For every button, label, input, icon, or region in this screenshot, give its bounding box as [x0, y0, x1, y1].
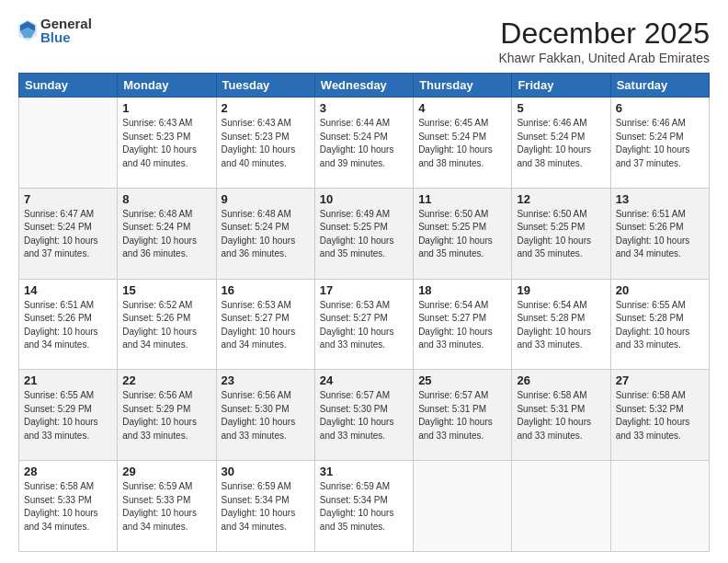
logo-general-text: General	[40, 17, 92, 30]
table-cell: 21Sunrise: 6:55 AM Sunset: 5:29 PM Dayli…	[19, 370, 118, 461]
day-info: Sunrise: 6:59 AM Sunset: 5:33 PM Dayligh…	[122, 480, 210, 534]
day-info: Sunrise: 6:54 AM Sunset: 5:27 PM Dayligh…	[418, 299, 506, 352]
table-cell: 10Sunrise: 6:49 AM Sunset: 5:25 PM Dayli…	[314, 188, 413, 279]
day-number: 16	[222, 283, 310, 297]
day-number: 9	[222, 192, 310, 206]
day-number: 30	[222, 465, 310, 478]
day-number: 13	[616, 192, 704, 206]
day-number: 15	[122, 283, 210, 297]
day-info: Sunrise: 6:56 AM Sunset: 5:29 PM Dayligh…	[122, 389, 210, 442]
day-number: 31	[320, 465, 408, 478]
table-cell: 8Sunrise: 6:48 AM Sunset: 5:24 PM Daylig…	[118, 188, 216, 279]
table-cell: 17Sunrise: 6:53 AM Sunset: 5:27 PM Dayli…	[314, 279, 413, 370]
table-cell: 26Sunrise: 6:58 AM Sunset: 5:31 PM Dayli…	[512, 370, 610, 461]
subtitle: Khawr Fakkan, United Arab Emirates	[498, 51, 710, 65]
day-number: 8	[122, 192, 210, 206]
table-cell: 13Sunrise: 6:51 AM Sunset: 5:26 PM Dayli…	[610, 188, 709, 279]
logo-text: General Blue	[40, 17, 92, 44]
day-info: Sunrise: 6:58 AM Sunset: 5:32 PM Dayligh…	[616, 389, 704, 442]
day-info: Sunrise: 6:57 AM Sunset: 5:31 PM Dayligh…	[418, 389, 506, 442]
day-info: Sunrise: 6:56 AM Sunset: 5:30 PM Dayligh…	[222, 389, 310, 442]
table-cell: 6Sunrise: 6:46 AM Sunset: 5:24 PM Daylig…	[610, 98, 709, 189]
table-cell: 7Sunrise: 6:47 AM Sunset: 5:24 PM Daylig…	[19, 188, 118, 279]
col-saturday: Saturday	[610, 74, 709, 98]
day-number: 27	[616, 373, 704, 387]
day-number: 29	[122, 465, 210, 478]
table-cell: 25Sunrise: 6:57 AM Sunset: 5:31 PM Dayli…	[414, 370, 512, 461]
day-number: 24	[320, 373, 408, 387]
page: General Blue December 2025 Khawr Fakkan,…	[0, 0, 728, 563]
table-cell: 9Sunrise: 6:48 AM Sunset: 5:24 PM Daylig…	[216, 188, 314, 279]
day-info: Sunrise: 6:47 AM Sunset: 5:24 PM Dayligh…	[24, 208, 112, 261]
main-title: December 2025	[498, 17, 710, 51]
day-info: Sunrise: 6:55 AM Sunset: 5:28 PM Dayligh…	[616, 299, 704, 352]
day-number: 7	[24, 192, 112, 206]
table-cell: 1Sunrise: 6:43 AM Sunset: 5:23 PM Daylig…	[118, 98, 216, 189]
table-cell	[19, 98, 118, 189]
table-cell: 11Sunrise: 6:50 AM Sunset: 5:25 PM Dayli…	[414, 188, 512, 279]
table-cell	[610, 461, 709, 552]
day-number: 25	[418, 373, 506, 387]
day-number: 28	[24, 465, 112, 478]
table-cell: 4Sunrise: 6:45 AM Sunset: 5:24 PM Daylig…	[414, 98, 512, 189]
table-cell: 23Sunrise: 6:56 AM Sunset: 5:30 PM Dayli…	[216, 370, 314, 461]
table-cell: 30Sunrise: 6:59 AM Sunset: 5:34 PM Dayli…	[216, 461, 314, 552]
day-number: 22	[122, 373, 210, 387]
day-number: 21	[24, 373, 112, 387]
day-info: Sunrise: 6:51 AM Sunset: 5:26 PM Dayligh…	[24, 299, 112, 352]
day-info: Sunrise: 6:48 AM Sunset: 5:24 PM Dayligh…	[222, 208, 310, 261]
day-number: 18	[418, 283, 506, 297]
table-cell: 3Sunrise: 6:44 AM Sunset: 5:24 PM Daylig…	[314, 98, 413, 189]
day-info: Sunrise: 6:48 AM Sunset: 5:24 PM Dayligh…	[122, 208, 210, 261]
col-wednesday: Wednesday	[314, 74, 413, 98]
header: General Blue December 2025 Khawr Fakkan,…	[18, 17, 710, 65]
table-cell: 16Sunrise: 6:53 AM Sunset: 5:27 PM Dayli…	[216, 279, 314, 370]
logo: General Blue	[18, 17, 92, 44]
day-info: Sunrise: 6:50 AM Sunset: 5:25 PM Dayligh…	[418, 208, 506, 261]
day-info: Sunrise: 6:58 AM Sunset: 5:33 PM Dayligh…	[24, 480, 112, 534]
col-friday: Friday	[512, 74, 610, 98]
day-number: 10	[320, 192, 408, 206]
table-cell: 29Sunrise: 6:59 AM Sunset: 5:33 PM Dayli…	[118, 461, 216, 552]
table-cell: 22Sunrise: 6:56 AM Sunset: 5:29 PM Dayli…	[118, 370, 216, 461]
day-number: 11	[418, 192, 506, 206]
calendar-week-row: 14Sunrise: 6:51 AM Sunset: 5:26 PM Dayli…	[19, 279, 710, 370]
day-number: 1	[122, 101, 210, 115]
day-number: 26	[517, 373, 605, 387]
logo-blue-text: Blue	[40, 30, 92, 44]
table-cell	[414, 461, 512, 552]
table-cell: 2Sunrise: 6:43 AM Sunset: 5:23 PM Daylig…	[216, 98, 314, 189]
day-number: 5	[517, 101, 605, 115]
day-info: Sunrise: 6:51 AM Sunset: 5:26 PM Dayligh…	[616, 208, 704, 261]
day-info: Sunrise: 6:55 AM Sunset: 5:29 PM Dayligh…	[24, 389, 112, 442]
table-cell: 31Sunrise: 6:59 AM Sunset: 5:34 PM Dayli…	[314, 461, 413, 552]
day-info: Sunrise: 6:50 AM Sunset: 5:25 PM Dayligh…	[517, 208, 605, 261]
calendar-table: Sunday Monday Tuesday Wednesday Thursday…	[18, 73, 710, 552]
day-info: Sunrise: 6:53 AM Sunset: 5:27 PM Dayligh…	[222, 299, 310, 352]
day-number: 23	[222, 373, 310, 387]
day-number: 14	[24, 283, 112, 297]
table-cell: 20Sunrise: 6:55 AM Sunset: 5:28 PM Dayli…	[610, 279, 709, 370]
day-info: Sunrise: 6:59 AM Sunset: 5:34 PM Dayligh…	[320, 480, 408, 534]
table-cell: 5Sunrise: 6:46 AM Sunset: 5:24 PM Daylig…	[512, 98, 610, 189]
col-sunday: Sunday	[19, 74, 118, 98]
table-cell: 14Sunrise: 6:51 AM Sunset: 5:26 PM Dayli…	[19, 279, 118, 370]
day-info: Sunrise: 6:49 AM Sunset: 5:25 PM Dayligh…	[320, 208, 408, 261]
day-number: 12	[517, 192, 605, 206]
day-number: 4	[418, 101, 506, 115]
day-number: 20	[616, 283, 704, 297]
day-info: Sunrise: 6:46 AM Sunset: 5:24 PM Dayligh…	[616, 117, 704, 170]
day-number: 6	[616, 101, 704, 115]
day-info: Sunrise: 6:43 AM Sunset: 5:23 PM Dayligh…	[122, 117, 210, 170]
day-number: 3	[320, 101, 408, 115]
logo-icon	[18, 19, 37, 41]
table-cell: 15Sunrise: 6:52 AM Sunset: 5:26 PM Dayli…	[118, 279, 216, 370]
calendar-week-row: 7Sunrise: 6:47 AM Sunset: 5:24 PM Daylig…	[19, 188, 710, 279]
day-number: 19	[517, 283, 605, 297]
day-info: Sunrise: 6:43 AM Sunset: 5:23 PM Dayligh…	[222, 117, 310, 170]
day-info: Sunrise: 6:52 AM Sunset: 5:26 PM Dayligh…	[122, 299, 210, 352]
day-info: Sunrise: 6:44 AM Sunset: 5:24 PM Dayligh…	[320, 117, 408, 170]
day-info: Sunrise: 6:45 AM Sunset: 5:24 PM Dayligh…	[418, 117, 506, 170]
col-thursday: Thursday	[414, 74, 512, 98]
day-info: Sunrise: 6:54 AM Sunset: 5:28 PM Dayligh…	[517, 299, 605, 352]
